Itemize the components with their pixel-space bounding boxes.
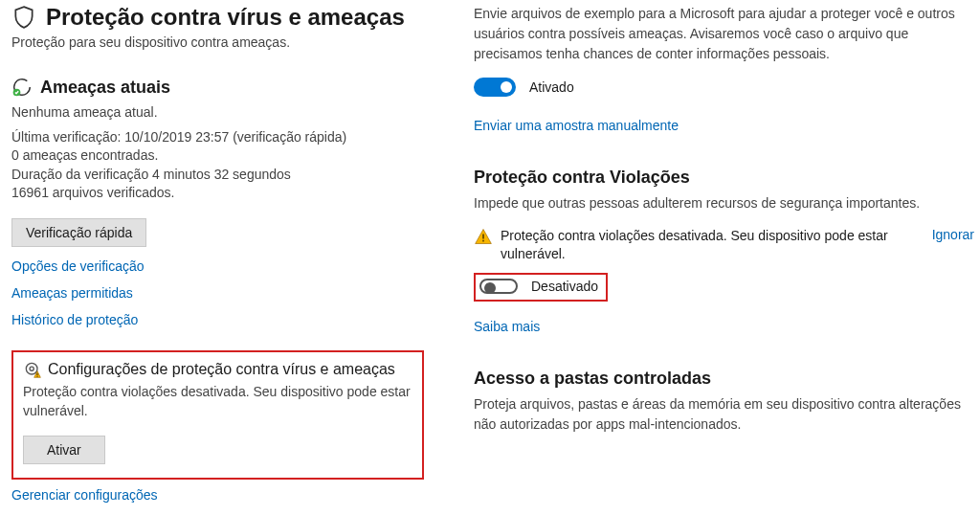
refresh-check-icon (11, 77, 33, 98)
shield-icon (11, 5, 36, 30)
threats-none: Nenhuma ameaça atual. (11, 103, 424, 123)
header: Proteção contra vírus e ameaças (11, 4, 424, 31)
ignore-link[interactable]: Ignorar (932, 227, 974, 242)
tamper-toggle-highlight: Desativado (474, 273, 608, 302)
quick-scan-button[interactable]: Verificação rápida (11, 218, 146, 247)
threats-header: Ameaças atuais (11, 77, 424, 98)
allowed-threats-link[interactable]: Ameaças permitidas (11, 285, 424, 301)
threats-files-scanned: 16961 arquivos verificados. (11, 184, 424, 203)
warning-icon (474, 227, 493, 246)
svg-point-1 (26, 363, 37, 374)
manage-settings-link[interactable]: Gerenciar configurações (11, 487, 424, 503)
sample-submission-desc: Envie arquivos de exemplo para a Microso… (474, 4, 974, 64)
svg-rect-5 (482, 235, 484, 239)
settings-warning-text: Proteção contra violações desativada. Se… (23, 383, 412, 420)
page-title: Proteção contra vírus e ameaças (46, 4, 405, 31)
tamper-desc: Impede que outras pessoas adulterem recu… (474, 193, 974, 213)
threats-duration: Duração da verificação 4 minutos 32 segu… (11, 166, 424, 185)
svg-rect-6 (482, 240, 484, 242)
svg-rect-4 (36, 376, 37, 377)
settings-highlight-box: Configurações de proteção contra vírus e… (11, 350, 424, 480)
tamper-toggle-label: Desativado (531, 279, 598, 294)
tamper-warning-row: Proteção contra violações desativada. Se… (474, 227, 974, 263)
threats-last-scan: Última verificação: 10/10/2019 23:57 (ve… (11, 128, 424, 147)
tamper-protection-toggle[interactable] (479, 279, 518, 294)
svg-rect-3 (36, 373, 37, 376)
right-pane: Envie arquivos de exemplo para a Microso… (435, 0, 980, 515)
threats-found: 0 ameaças encontradas. (11, 146, 424, 166)
gear-warning-icon (23, 360, 42, 379)
enable-button[interactable]: Ativar (23, 436, 105, 464)
sample-submission-toggle-row: Ativado (474, 78, 974, 97)
tamper-warning-text: Proteção contra violações desativada. Se… (501, 227, 912, 263)
controlled-folders-desc: Proteja arquivos, pastas e áreas da memó… (474, 394, 974, 435)
page-subtitle: Proteção para seu dispositivo contra ame… (11, 34, 424, 50)
tamper-heading: Proteção contra Violações (474, 168, 974, 188)
threats-heading: Ameaças atuais (40, 78, 170, 98)
settings-header: Configurações de proteção contra vírus e… (23, 360, 412, 379)
svg-point-2 (30, 367, 33, 370)
scan-options-link[interactable]: Opções de verificação (11, 258, 424, 274)
sample-submission-toggle[interactable] (474, 78, 516, 97)
settings-heading: Configurações de proteção contra vírus e… (48, 361, 395, 378)
learn-more-link[interactable]: Saiba mais (474, 319, 974, 334)
controlled-folders-heading: Acesso a pastas controladas (474, 369, 974, 389)
protection-history-link[interactable]: Histórico de proteção (11, 312, 424, 327)
left-pane: Proteção contra vírus e ameaças Proteção… (0, 0, 435, 515)
send-sample-link[interactable]: Enviar uma amostra manualmente (474, 118, 974, 133)
sample-submission-toggle-label: Ativado (529, 79, 574, 95)
